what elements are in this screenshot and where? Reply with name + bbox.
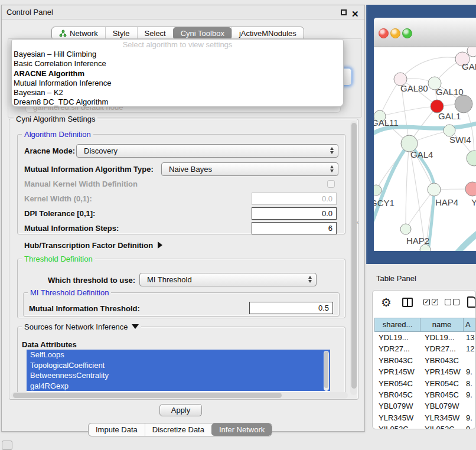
split-pane-divider-icon[interactable]: ‹ (357, 219, 358, 226)
new-table-icon[interactable] (467, 296, 476, 308)
aracne-mode-select[interactable]: Discovery (76, 144, 338, 158)
network-view-selected-frame: GALGAL80GAL10GAL1GAL11SWI4GAL4GCY1HAP4YH… (366, 5, 476, 264)
table-toolbar: ⚙ ✓✓ (373, 291, 475, 317)
tab-impute-data[interactable]: Impute Data (89, 423, 145, 436)
select-all-icon[interactable]: ✓✓ (423, 299, 438, 305)
network-node-hap2[interactable] (400, 224, 411, 234)
tab-network[interactable]: Network (52, 27, 105, 40)
split-columns-icon[interactable] (402, 298, 413, 307)
algorithm-option[interactable]: Mutual Information Inference (12, 79, 343, 88)
table-row[interactable]: YIL052C YIL052C 9. (374, 423, 475, 429)
algorithm-option[interactable]: Dream8 DC_TDC Algorithm (12, 97, 343, 107)
table-row[interactable]: YDL19... YDL19... 13 (374, 332, 475, 343)
data-attributes-list: SelfLoopsTopologicalCoefficientBetweenne… (27, 350, 330, 393)
dpi-tolerance-field[interactable]: 0.0 (252, 207, 337, 220)
mi-threshold-label: Mutual Information Threshold: (29, 304, 140, 313)
table-panel: ⚙ ✓✓ shared... name A YDL19... YDL19... … (372, 290, 476, 429)
table-panel-title: Table Panel (376, 274, 416, 283)
table-rows: YDL19... YDL19... 13 YDR27... YDR27... 1… (374, 332, 475, 429)
mi-threshold-group-title: MI Threshold Definition (28, 289, 111, 296)
settings-horizontal-scrollbar[interactable] (11, 392, 348, 399)
settings-group-title: Cyni Algorithm Settings (14, 115, 97, 123)
attribute-list-item[interactable]: SelfLoops (27, 350, 330, 360)
algorithm-option[interactable]: ARACNE Algorithm (12, 69, 343, 79)
network-node-gray-hub[interactable] (455, 95, 472, 113)
algorithm-option[interactable]: Bayesian – K2 (12, 88, 343, 97)
deselect-all-icon[interactable] (445, 299, 459, 305)
tab-label: Network (70, 29, 98, 38)
table-row[interactable]: YDR27... YDR27... 12 (374, 343, 475, 354)
column-header-partial[interactable]: A (464, 318, 475, 332)
zoom-traffic-light-icon[interactable] (402, 28, 412, 38)
sources-expander[interactable]: Sources for Network Inference (22, 323, 141, 331)
node-label: GCY1 (374, 198, 395, 208)
node-label: GAL4 (410, 149, 433, 159)
attribute-list-item[interactable]: BetweennessCentrality (27, 370, 330, 381)
algorithm-option[interactable]: Bayesian – Hill Climbing (12, 50, 343, 59)
node-label: HAP4 (435, 197, 458, 207)
algorithm-option[interactable]: Basic Correlation Inference (12, 59, 343, 69)
network-node-hap4[interactable] (428, 183, 441, 196)
kernel-width-field[interactable]: 0.0 (252, 193, 337, 205)
network-icon (59, 30, 67, 37)
network-canvas[interactable]: GALGAL80GAL10GAL1GAL11SWI4GAL4GCY1HAP4YH… (374, 47, 476, 251)
network-window-titlebar[interactable] (374, 18, 476, 47)
mi-algorithm-type-select[interactable]: Naive Bayes (161, 162, 338, 176)
attribute-items: SelfLoopsTopologicalCoefficientBetweenne… (27, 350, 330, 391)
network-node-gcy1[interactable] (374, 185, 382, 195)
tab-discretize-data[interactable]: Discretize Data (145, 423, 211, 436)
algorithm-combobox-partial[interactable] (343, 68, 352, 86)
attribute-list-item[interactable]: TopologicalCoefficient (27, 360, 330, 371)
tab-label: jActiveMNodules (239, 29, 296, 38)
mi-threshold-field[interactable]: 0.5 (249, 302, 333, 314)
manual-kernel-width-checkbox[interactable] (327, 180, 335, 188)
which-threshold-select[interactable]: MI Threshold (139, 273, 317, 286)
dropdown-items: Bayesian – Hill ClimbingBasic Correlatio… (12, 50, 343, 107)
expand-right-icon (158, 242, 162, 249)
hub-definition-expander[interactable]: Hub/Transcription Factor Definition (24, 241, 162, 250)
float-window-icon[interactable] (341, 9, 347, 15)
stepper-arrows-icon (330, 147, 334, 154)
attribute-list-item[interactable]: gal4RGexp (27, 381, 330, 392)
tab-cyni-toolbox[interactable]: Cyni Toolbox (173, 27, 232, 40)
control-panel-titlebar[interactable]: Control Panel ✕ (2, 5, 364, 19)
tab-jactivemnodules[interactable]: jActiveMNodules (232, 27, 304, 40)
table-header-row: shared... name A (374, 318, 475, 332)
column-header-shared-name[interactable]: shared... (374, 318, 420, 332)
node-label: GAL1 (438, 111, 461, 121)
table-row[interactable]: YER054C YER054C 8. (374, 378, 475, 389)
tab-label: Style (113, 29, 130, 38)
data-attributes-label: Data Attributes (22, 340, 77, 349)
network-node-right-green[interactable] (467, 151, 476, 166)
tab-style[interactable]: Style (105, 27, 137, 40)
apply-button[interactable]: Apply (159, 404, 202, 416)
window-title: Control Panel (6, 8, 53, 17)
tab-label: Select (145, 29, 166, 38)
close-icon[interactable]: ✕ (351, 7, 359, 21)
table-row[interactable]: YBR043C YBR043C (374, 355, 475, 366)
algorithm-definition-title: Algorithm Definition (22, 131, 93, 138)
table-row[interactable]: YBL079W YBL079W (374, 400, 475, 412)
mi-steps-field[interactable]: 6 (252, 222, 337, 234)
table-row[interactable]: YPR145W YPR145W 9. (374, 366, 475, 377)
stepper-arrows-icon (308, 276, 312, 283)
node-label: GAL10 (436, 87, 464, 97)
attribute-list-scrollbar[interactable] (324, 351, 329, 391)
table-row[interactable]: YLR345W YLR345W 9. (374, 412, 475, 423)
close-traffic-light-icon[interactable] (379, 28, 389, 38)
aracne-mode-label: Aracne Mode: (24, 146, 75, 155)
column-header-name[interactable]: name (420, 318, 464, 332)
minimize-traffic-light-icon[interactable] (390, 28, 400, 38)
gear-icon[interactable]: ⚙ (381, 295, 392, 309)
node-label: HAP2 (406, 236, 429, 246)
node-label: GAL11 (374, 118, 399, 128)
table-row[interactable]: YBR045C YBR045C 9. (374, 389, 475, 400)
dpi-tolerance-label: DPI Tolerance [0,1]: (24, 209, 95, 218)
tab-select[interactable]: Select (137, 27, 173, 40)
network-node-salmon[interactable] (465, 182, 476, 196)
tab-infer-network[interactable]: Infer Network (211, 423, 272, 436)
node-label: Y (471, 197, 476, 207)
settings-vertical-scrollbar[interactable] (350, 121, 357, 395)
corner-widget-icon[interactable] (2, 441, 12, 450)
network-view-window: GALGAL80GAL10GAL1GAL11SWI4GAL4GCY1HAP4YH… (374, 18, 476, 251)
